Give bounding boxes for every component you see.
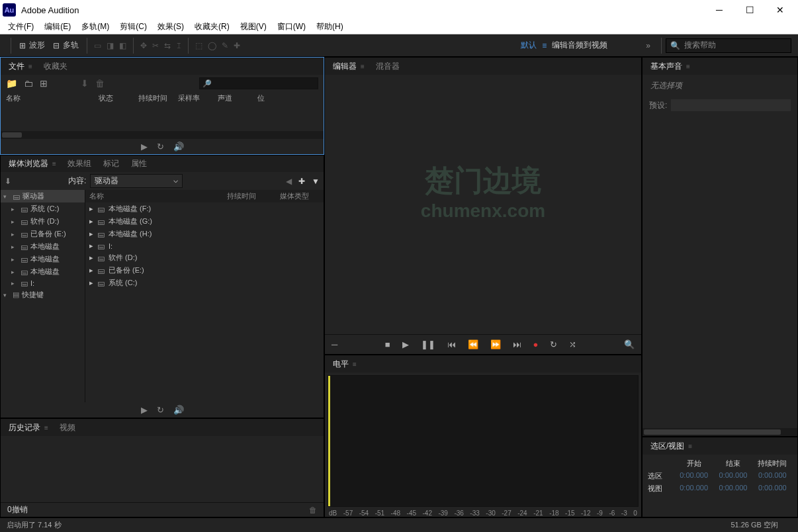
tab-editor[interactable]: 编辑器≡ xyxy=(332,58,365,75)
tree-drive-local2[interactable]: ▸🖴本地磁盘 xyxy=(1,253,85,265)
tab-video[interactable]: 视频 xyxy=(58,420,77,436)
tool-spectral-icon[interactable]: ◨ xyxy=(104,39,116,52)
record-button[interactable]: ● xyxy=(533,339,539,349)
sv-view-dur[interactable]: 0:00.000 xyxy=(753,484,792,494)
loop-icon[interactable]: ↻ xyxy=(157,405,164,415)
tool-razor-icon[interactable]: ✂ xyxy=(150,39,161,52)
tool-hud-icon[interactable]: ▭ xyxy=(91,39,104,52)
tool-brush-icon[interactable]: ✎ xyxy=(219,39,231,52)
waveform-view-button[interactable]: ⊞ 波形 xyxy=(15,38,49,53)
import-icon[interactable]: 🗀 xyxy=(24,78,33,89)
tab-effects-rack[interactable]: 效果组 xyxy=(66,155,93,172)
tab-history[interactable]: 历史记录≡ xyxy=(7,420,49,436)
sv-sel-dur[interactable]: 0:00.000 xyxy=(753,471,792,481)
tree-drive-local3[interactable]: ▸🖴本地磁盘 xyxy=(1,265,85,278)
goto-end-button[interactable]: ⏭ xyxy=(513,339,521,349)
col-samplerate[interactable]: 采样率 xyxy=(178,93,218,103)
col-bit[interactable]: 位 xyxy=(257,93,297,103)
files-scrollbar[interactable] xyxy=(1,131,324,139)
zoom-out-icon[interactable]: ─ xyxy=(325,339,337,349)
tree-drive-c[interactable]: ▸🖴系统 (C:) xyxy=(1,202,85,215)
workspace-menu-icon[interactable]: ≡ xyxy=(542,41,547,50)
tool-slip-icon[interactable]: ⇆ xyxy=(161,39,173,52)
list-item[interactable]: ▸🖴I: xyxy=(85,240,324,251)
tab-selection-view[interactable]: 选区/视图≡ xyxy=(649,438,693,455)
tab-markers[interactable]: 标记 xyxy=(102,155,120,172)
download-icon[interactable]: ⬇ xyxy=(5,177,15,186)
list-item[interactable]: ▸🖴系统 (C:) xyxy=(85,277,324,289)
tab-files[interactable]: 文件≡ xyxy=(7,58,33,75)
pause-button[interactable]: ❚❚ xyxy=(421,339,435,349)
sv-view-start[interactable]: 0:00.000 xyxy=(674,484,713,494)
new-file-icon[interactable]: ⊞ xyxy=(40,78,48,89)
col-channels[interactable]: 声道 xyxy=(218,93,257,103)
loop-icon[interactable]: ↻ xyxy=(157,142,164,152)
es-scrollbar[interactable] xyxy=(643,428,797,436)
forward-button[interactable]: ⏩ xyxy=(490,339,501,349)
tool-marquee-icon[interactable]: ⬚ xyxy=(193,39,205,52)
sv-sel-start[interactable]: 0:00.000 xyxy=(674,471,713,481)
autoplay-icon[interactable]: 🔊 xyxy=(173,405,184,415)
goto-start-button[interactable]: ⏮ xyxy=(447,339,456,349)
tree-drive-d[interactable]: ▸🖴软件 (D:) xyxy=(1,215,85,228)
menu-window[interactable]: 窗口(W) xyxy=(272,21,311,32)
sv-sel-end[interactable]: 0:00.000 xyxy=(713,471,752,481)
stop-button[interactable]: ■ xyxy=(385,339,390,349)
tree-drive-local1[interactable]: ▸🖴本地磁盘 xyxy=(1,240,85,253)
menu-clip[interactable]: 剪辑(C) xyxy=(114,21,152,32)
tab-media-browser[interactable]: 媒体浏览器≡ xyxy=(7,155,57,172)
workspace-default[interactable]: 默认 xyxy=(515,40,542,51)
tab-levels[interactable]: 电平≡ xyxy=(332,356,357,373)
col-duration[interactable]: 持续时间 xyxy=(138,93,178,103)
play-icon[interactable]: ▶ xyxy=(141,405,148,415)
tab-properties[interactable]: 属性 xyxy=(130,155,148,172)
play-button[interactable]: ▶ xyxy=(402,339,409,349)
menu-multitrack[interactable]: 多轨(M) xyxy=(76,21,114,32)
list-item[interactable]: ▸🖴本地磁盘 (G:) xyxy=(85,215,324,228)
menu-edit[interactable]: 编辑(E) xyxy=(39,21,76,32)
minimize-button[interactable]: ─ xyxy=(704,0,734,20)
autoplay-icon[interactable]: 🔊 xyxy=(173,142,184,152)
tool-time-icon[interactable]: 𝙸 xyxy=(173,39,184,52)
list-item[interactable]: ▸🖴已备份 (E:) xyxy=(85,264,324,277)
col-name[interactable]: 名称 xyxy=(6,93,99,103)
list-col-name[interactable]: 名称 xyxy=(89,191,227,201)
tab-essential-sound[interactable]: 基本声音≡ xyxy=(649,58,691,75)
tool-pitch-icon[interactable]: ◧ xyxy=(116,39,129,52)
search-help[interactable]: 🔍 搜索帮助 xyxy=(666,38,791,53)
maximize-button[interactable]: ☐ xyxy=(734,0,765,20)
menu-effects[interactable]: 效果(S) xyxy=(152,21,189,32)
list-col-type[interactable]: 媒体类型 xyxy=(280,191,320,201)
rewind-button[interactable]: ⏪ xyxy=(468,339,478,349)
tool-move-icon[interactable]: ✥ xyxy=(138,39,150,52)
menu-help[interactable]: 帮助(H) xyxy=(311,21,349,32)
tab-favorites[interactable]: 收藏夹 xyxy=(42,58,69,75)
preset-dropdown[interactable] xyxy=(671,99,791,111)
tree-drive-e[interactable]: ▸🖴已备份 (E:) xyxy=(1,228,85,240)
list-col-duration[interactable]: 持续时间 xyxy=(227,191,280,201)
filter-icon[interactable]: ▼ xyxy=(312,177,320,186)
skip-button[interactable]: ⤭ xyxy=(569,339,576,349)
editor-canvas[interactable]: 楚门边境 chumenx.com xyxy=(325,75,641,334)
multitrack-view-button[interactable]: ⊟ 多轨 xyxy=(49,38,83,53)
tool-heal-icon[interactable]: ✚ xyxy=(231,39,243,52)
trash-icon[interactable]: 🗑 xyxy=(309,506,317,515)
open-file-icon[interactable]: 📁 xyxy=(6,78,17,89)
zoom-icon[interactable]: 🔍 xyxy=(624,339,641,349)
back-icon[interactable]: ◀ xyxy=(286,177,292,186)
workspace-more-icon[interactable]: » xyxy=(639,41,657,50)
menu-favorites[interactable]: 收藏夹(R) xyxy=(189,21,235,32)
tree-root-drives[interactable]: ▾🖴驱动器 xyxy=(1,190,85,202)
tool-lasso-icon[interactable]: ◯ xyxy=(205,39,219,52)
new-folder-icon[interactable]: ✚ xyxy=(292,177,312,186)
play-icon[interactable]: ▶ xyxy=(141,142,148,152)
close-button[interactable]: ✕ xyxy=(765,0,795,20)
list-item[interactable]: ▸🖴本地磁盘 (H:) xyxy=(85,228,324,240)
tree-shortcuts[interactable]: ▾▤快捷键 xyxy=(1,288,85,301)
tree-drive-i[interactable]: ▸🖴I: xyxy=(1,278,85,288)
list-item[interactable]: ▸🖴软件 (D:) xyxy=(85,251,324,264)
content-dropdown[interactable]: 驱动器⌵ xyxy=(90,174,183,188)
menu-view[interactable]: 视图(V) xyxy=(235,21,272,32)
list-item[interactable]: ▸🖴本地磁盘 (F:) xyxy=(85,202,324,215)
tab-mixer[interactable]: 混音器 xyxy=(375,58,401,75)
